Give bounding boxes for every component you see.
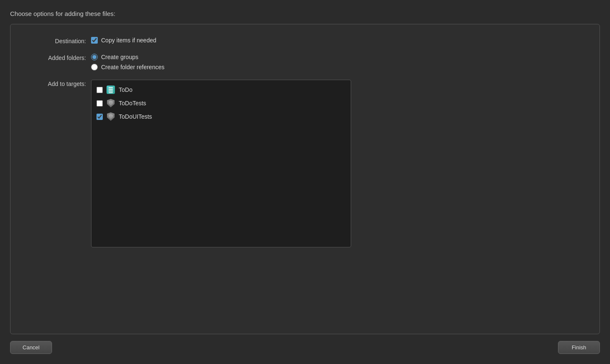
create-folder-references-radio-row[interactable]: Create folder references [91,64,164,70]
shield-icon [106,112,115,121]
list-item[interactable]: ToDoUITests [93,110,349,123]
todouitests-checkbox[interactable] [96,114,103,120]
destination-row: Destination: Copy items if needed [27,37,583,44]
cancel-button[interactable]: Cancel [10,341,52,354]
dialog-title: Choose options for adding these files: [10,10,600,17]
todotests-checkbox[interactable] [96,100,103,107]
destination-controls: Copy items if needed [91,37,156,44]
added-folders-row: Added folders: Create groups Create fold… [27,54,583,70]
add-to-targets-row: Add to targets: ToDo [27,80,583,247]
create-groups-label: Create groups [101,54,138,60]
create-groups-radio[interactable] [91,54,98,60]
todo-label: ToDo [119,86,133,93]
list-item[interactable]: ToDo [93,83,349,96]
shield-icon [106,99,115,108]
app-icon [106,85,115,94]
buttons-row: Cancel Finish [10,334,600,354]
create-groups-radio-row[interactable]: Create groups [91,54,164,60]
todo-checkbox[interactable] [96,87,103,93]
finish-button[interactable]: Finish [558,341,600,354]
add-to-targets-label: Add to targets: [27,80,86,87]
todouitests-label: ToDoUITests [119,113,152,120]
dialog-box: Destination: Copy items if needed Added … [10,24,600,334]
targets-list: ToDo ToDoTests T [91,80,351,247]
destination-label: Destination: [27,37,86,44]
create-folder-references-label: Create folder references [101,64,164,70]
added-folders-label: Added folders: [27,54,86,61]
todotests-label: ToDoTests [119,100,146,107]
create-folder-references-radio[interactable] [91,64,98,70]
copy-items-checkbox-row[interactable]: Copy items if needed [91,37,156,44]
list-item[interactable]: ToDoTests [93,97,349,109]
copy-items-label: Copy items if needed [101,37,156,44]
copy-items-checkbox[interactable] [91,37,98,44]
added-folders-controls: Create groups Create folder references [91,54,164,70]
